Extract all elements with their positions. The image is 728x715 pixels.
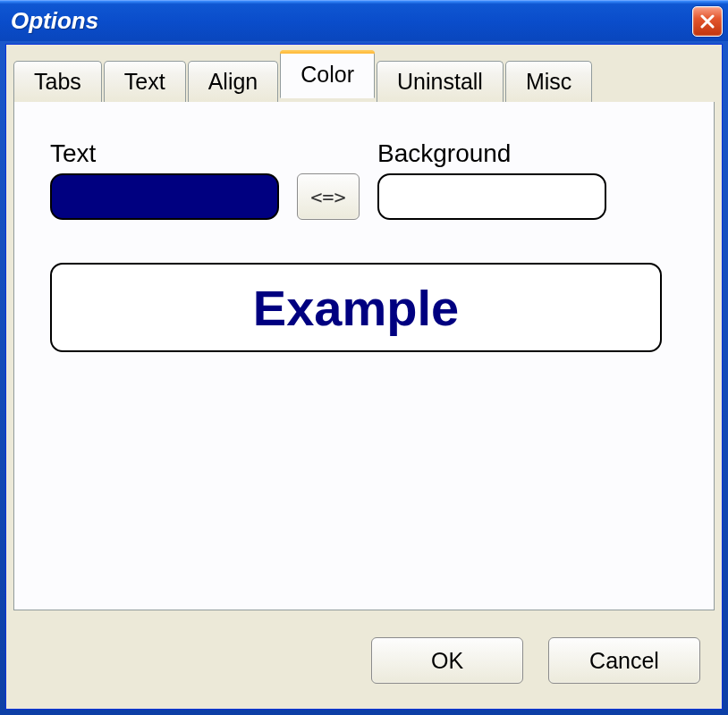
options-window: Options Tabs Text Align Color Uninstall …: [0, 0, 728, 715]
close-icon: [700, 14, 715, 29]
tab-misc[interactable]: Misc: [505, 61, 592, 102]
tab-color[interactable]: Color: [280, 50, 375, 98]
swap-colors-button[interactable]: <=>: [297, 173, 360, 220]
color-row: Text <=> Background: [50, 139, 678, 220]
text-color-swatch[interactable]: [50, 173, 279, 220]
tab-uninstall[interactable]: Uninstall: [377, 61, 504, 102]
background-color-swatch[interactable]: [377, 173, 606, 220]
background-color-label: Background: [377, 139, 606, 168]
window-title: Options: [11, 7, 692, 35]
example-preview: Example: [50, 263, 662, 352]
text-color-group: Text: [50, 139, 279, 220]
titlebar[interactable]: Options: [0, 0, 728, 41]
dialog-buttons: OK Cancel: [371, 637, 700, 684]
tab-tabs[interactable]: Tabs: [13, 61, 102, 102]
client-area: Tabs Text Align Color Uninstall Misc Tex…: [5, 44, 723, 710]
ok-button[interactable]: OK: [371, 637, 523, 684]
tabstrip: Tabs Text Align Color Uninstall Misc: [6, 45, 722, 98]
cancel-button[interactable]: Cancel: [548, 637, 700, 684]
background-color-group: Background: [377, 139, 606, 220]
color-panel: Text <=> Background Example: [13, 102, 715, 610]
tab-text[interactable]: Text: [104, 61, 186, 102]
tab-align[interactable]: Align: [188, 61, 279, 102]
close-button[interactable]: [692, 6, 723, 37]
text-color-label: Text: [50, 139, 279, 168]
